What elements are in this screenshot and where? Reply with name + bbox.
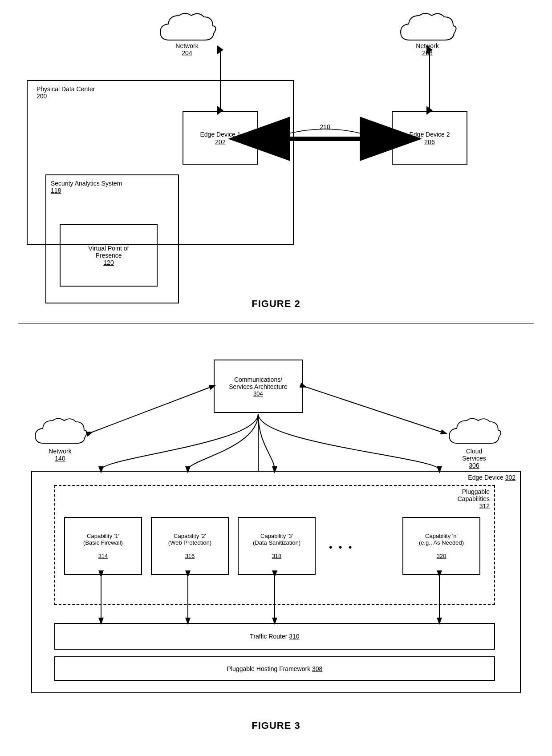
edge1-num: 202 (215, 138, 225, 146)
cloud1-num: 204 (182, 49, 192, 57)
section-divider (18, 323, 534, 324)
sas-label-group: Security Analytics System 118 (51, 180, 122, 194)
edge2-label: Edge Device 2 (409, 130, 450, 138)
svg-line-18 (304, 386, 444, 433)
cap3-num: 318 (272, 553, 282, 559)
edge1-label: Edge Device 1 (200, 130, 240, 138)
comm-label: Communications/Services Architecture (229, 376, 288, 390)
cloud-network-208: Network 208 (396, 9, 459, 57)
pdc-label-group: Physical Data Center 200 (37, 85, 95, 100)
pdc-label: Physical Data Center (37, 85, 95, 93)
edge-device-label: Edge Device (468, 474, 503, 481)
cloud2-label: Network (416, 42, 438, 49)
capability-1: Capability '1'(Basic Firewall) 314 (64, 517, 142, 575)
phf-num: 308 (312, 665, 322, 672)
comm-services-arch: Communications/Services Architecture 304 (214, 360, 303, 413)
figure2-diagram: Network 204 Network 208 Physical Data Ce… (18, 9, 534, 294)
figure3-caption: FIGURE 3 (18, 720, 534, 732)
pluggable-capabilities: PluggableCapabilities 312 Capability '1'… (54, 485, 495, 605)
edge-device-302-label: Edge Device 302 (468, 474, 515, 481)
page: Network 204 Network 208 Physical Data Ce… (0, 0, 552, 754)
sas-label: Security Analytics System (51, 180, 122, 187)
vpop-label-group: Virtual Point ofPresence 120 (89, 245, 129, 266)
edge-device-2: Edge Device 2 206 (392, 111, 467, 165)
capn-num: 320 (437, 553, 446, 559)
vpop-label: Virtual Point ofPresence (89, 245, 129, 259)
capability-3: Capability '3'(Data Sanitization) 318 (238, 517, 316, 575)
cloud1-label: Network (175, 42, 198, 49)
edge-device-1: Edge Device 1 202 (183, 111, 258, 165)
sas-num: 118 (51, 187, 61, 194)
svg-text:210: 210 (320, 123, 330, 130)
edge-device-num: 302 (505, 474, 515, 481)
router-num: 310 (289, 633, 299, 640)
cloud-network-204: Network 204 (156, 9, 218, 57)
pdc-num: 200 (37, 93, 47, 100)
cloud-services-306: CloudServices 306 (445, 413, 503, 469)
cloud-network-140-label: Network (49, 448, 71, 455)
pluggable-hosting-framework: Pluggable Hosting Framework 308 (54, 656, 495, 681)
capability-2: Capability '2'(Web Protection) 316 (151, 517, 229, 575)
cloud2-num: 208 (422, 49, 432, 57)
pluggable-cap-num: 312 (479, 502, 490, 509)
cap1-num: 314 (98, 553, 108, 559)
edge-device-302: Edge Device 302 PluggableCapabilities 31… (31, 471, 521, 693)
cloud-network-140-num: 140 (55, 455, 65, 462)
cap2-num: 316 (185, 553, 195, 559)
traffic-router: Traffic Router 310 (54, 623, 495, 650)
cloud-network-140: Network 140 (31, 413, 89, 462)
pluggable-cap-label: PluggableCapabilities 312 (458, 488, 490, 509)
capability-n: Capability 'n'(e.g., As Needed) 320 (402, 517, 480, 575)
security-analytics-system: Security Analytics System 118 Virtual Po… (45, 174, 179, 303)
svg-line-17 (90, 386, 213, 433)
virtual-point-of-presence: Virtual Point ofPresence 120 (60, 224, 158, 287)
phf-label: Pluggable Hosting Framework (227, 665, 311, 672)
comm-num: 304 (253, 390, 263, 397)
ellipsis: • • • (329, 542, 353, 553)
edge2-num: 206 (424, 138, 434, 146)
router-label: Traffic Router (250, 633, 287, 640)
figure3-diagram: Network 140 CloudServices 306 Communicat… (18, 333, 534, 716)
vpop-num: 120 (103, 259, 114, 266)
cloud-services-num: 306 (469, 462, 479, 469)
